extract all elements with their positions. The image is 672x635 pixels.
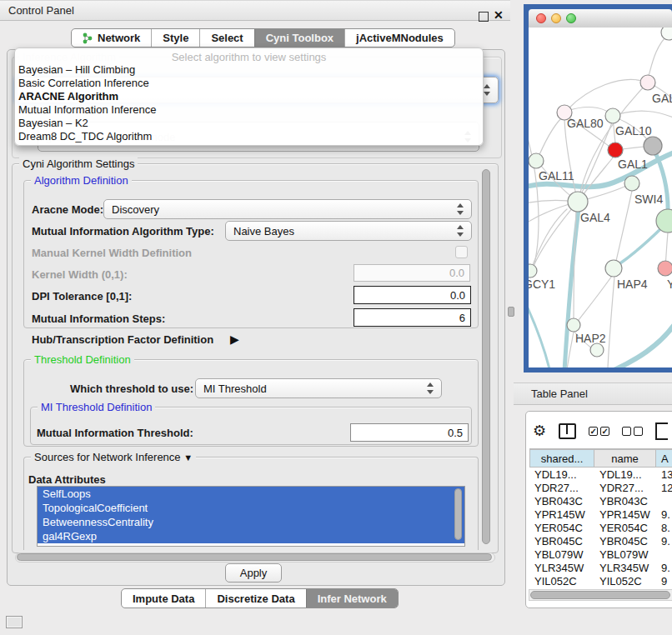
unselect-all-columns-icon[interactable]: ✓✓ bbox=[622, 427, 643, 436]
which-threshold-value: MI Threshold bbox=[203, 382, 267, 395]
tab-style[interactable]: Style bbox=[151, 29, 199, 47]
table-row[interactable]: YLR345WYLR345W9. bbox=[529, 561, 672, 574]
data-attribute-item[interactable]: SelfLoops bbox=[38, 487, 464, 501]
which-threshold-combo[interactable]: MI Threshold bbox=[195, 378, 442, 398]
table-cell: 8. bbox=[661, 522, 672, 534]
algorithm-popup-placeholder: Select algorithm to view settings bbox=[15, 48, 483, 63]
table-cell: YLR345W bbox=[529, 562, 596, 574]
table-column-header[interactable]: name bbox=[594, 449, 656, 468]
network-node-gcy1[interactable] bbox=[529, 264, 537, 278]
table-row[interactable]: YDL19...YDL19...13 bbox=[529, 468, 672, 481]
apply-button[interactable]: Apply bbox=[225, 563, 282, 582]
hub-tf-definition-label[interactable]: Hub/Transcription Factor Definition bbox=[32, 333, 213, 346]
tab-infer-network[interactable]: Infer Network bbox=[306, 589, 398, 608]
dpi-tolerance-field[interactable]: 0.0 bbox=[354, 286, 471, 304]
network-node-gal4[interactable] bbox=[568, 192, 588, 212]
select-all-columns-icon[interactable]: ✓✓ bbox=[589, 427, 609, 436]
table-row[interactable]: YBR045CYBR045C9. bbox=[529, 534, 672, 548]
settings-vertical-scrollbar[interactable] bbox=[482, 169, 490, 544]
expand-arrow-icon[interactable]: ▶ bbox=[230, 332, 239, 346]
attribute-list-scrollbar[interactable] bbox=[454, 488, 462, 540]
aracne-mode-combo[interactable]: Discovery bbox=[103, 199, 472, 219]
tab-label: Discretize Data bbox=[217, 592, 294, 605]
control-panel-title: Control Panel bbox=[8, 4, 74, 17]
tab-impute-data[interactable]: Impute Data bbox=[122, 589, 205, 608]
network-icon bbox=[83, 32, 93, 44]
tab-network[interactable]: Network bbox=[72, 29, 151, 47]
sources-title-text: Sources for Network Inference bbox=[34, 451, 181, 463]
table-cell: YBR045C bbox=[529, 535, 596, 548]
collapsed-panel-icon[interactable] bbox=[6, 616, 23, 628]
float-window-icon[interactable] bbox=[479, 12, 489, 22]
cyni-algorithm-settings-title: Cyni Algorithm Settings bbox=[19, 158, 138, 170]
data-attribute-item[interactable]: TopologicalCoefficient bbox=[38, 501, 464, 515]
network-node[interactable] bbox=[661, 28, 672, 40]
table-panel-title: Table Panel bbox=[531, 388, 588, 400]
gear-icon[interactable]: ⚙ bbox=[533, 422, 546, 440]
network-node-swi4[interactable] bbox=[624, 176, 639, 191]
table-row[interactable]: YIL052CYIL052C9 bbox=[529, 574, 672, 588]
data-attribute-item[interactable]: gal4RGexp bbox=[38, 529, 464, 543]
table-cell: YPR145W bbox=[529, 508, 596, 521]
table-column-header[interactable]: shared... bbox=[529, 449, 594, 468]
table-cell: 9. bbox=[661, 508, 672, 521]
network-node-label: GAL1 bbox=[618, 158, 648, 171]
network-edge bbox=[608, 277, 614, 368]
table-cell: YDL19... bbox=[529, 468, 596, 481]
algorithm-option[interactable]: ARACNE Algorithm bbox=[15, 90, 483, 103]
algorithm-option[interactable]: Basic Correlation Inference bbox=[15, 77, 483, 90]
node-table: shared...nameA YDL19...YDL19...13YDR27..… bbox=[529, 448, 672, 588]
network-node-gal10[interactable] bbox=[605, 108, 620, 123]
mi-algorithm-type-combo[interactable]: Naive Bayes bbox=[225, 221, 472, 241]
split-columns-icon[interactable] bbox=[559, 423, 576, 439]
algorithm-option[interactable]: Mutual Information Inference bbox=[15, 103, 483, 117]
table-cell: 9. bbox=[661, 535, 672, 548]
table-column-header[interactable]: A bbox=[656, 449, 672, 468]
mi-threshold-field[interactable]: 0.5 bbox=[350, 423, 469, 442]
table-row[interactable]: YBL079WYBL079W bbox=[529, 548, 672, 561]
control-panel-tabbar: NetworkStyleSelectCyni ToolboxjActiveMNo… bbox=[71, 28, 455, 48]
network-node[interactable] bbox=[590, 343, 604, 357]
close-icon[interactable]: ✕ bbox=[494, 8, 504, 22]
manual-kernel-width-label: Manual Kernel Width Definition bbox=[32, 247, 192, 259]
network-edge bbox=[579, 276, 612, 320]
data-attribute-item[interactable]: BetweennessCentrality bbox=[38, 515, 464, 529]
close-traffic-light-icon[interactable] bbox=[536, 13, 546, 23]
new-table-icon[interactable] bbox=[655, 422, 668, 440]
network-node-label: GCY1 bbox=[529, 278, 555, 291]
table-horizontal-scrollbar[interactable] bbox=[530, 591, 670, 599]
algorithm-option[interactable]: Bayesian – K2 bbox=[15, 117, 483, 130]
minimize-traffic-light-icon[interactable] bbox=[551, 13, 561, 23]
network-node-gal[interactable] bbox=[640, 75, 655, 90]
network-node-gal11[interactable] bbox=[529, 153, 544, 168]
network-edge bbox=[568, 108, 609, 112]
network-node-label: HAP4 bbox=[617, 278, 648, 291]
settings-horizontal-scrollbar[interactable] bbox=[17, 553, 492, 561]
manual-kernel-width-checkbox[interactable] bbox=[455, 246, 468, 258]
panel-splitter-handle[interactable] bbox=[508, 307, 514, 317]
mi-steps-field[interactable]: 6 bbox=[354, 308, 471, 327]
table-row[interactable]: YDR27...YDR27...12 bbox=[529, 481, 672, 494]
algorithm-option[interactable]: Dream8 DC_TDC Algorithm bbox=[15, 130, 483, 143]
table-cell: YIL052C bbox=[596, 575, 661, 588]
algorithm-option[interactable]: Bayesian – Hill Climbing bbox=[15, 63, 483, 77]
tab-discretize-data[interactable]: Discretize Data bbox=[205, 589, 305, 608]
data-attributes-list[interactable]: SelfLoopsTopologicalCoefficientBetweenne… bbox=[37, 486, 465, 547]
dpi-tolerance-label: DPI Tolerance [0,1]: bbox=[32, 290, 132, 302]
table-row[interactable]: YPR145WYPR145W9. bbox=[529, 508, 672, 521]
combo-stepper-icon bbox=[457, 225, 464, 237]
tab-jactivemnodules[interactable]: jActiveMNodules bbox=[344, 29, 454, 47]
zoom-traffic-light-icon[interactable] bbox=[566, 13, 576, 23]
table-row[interactable]: YBR043CYBR043C bbox=[529, 494, 672, 508]
network-node-gal1[interactable] bbox=[608, 142, 623, 158]
network-canvas[interactable]: GALGAL80GAL10GAL1GAL11SWI4GAL4GCY1HAP4YH… bbox=[529, 28, 672, 368]
table-row[interactable]: YER054CYER054C8. bbox=[529, 521, 672, 534]
network-node-hap2[interactable] bbox=[567, 318, 580, 332]
network-node-hap4[interactable] bbox=[605, 260, 622, 277]
tab-select[interactable]: Select bbox=[199, 29, 253, 47]
aracne-mode-value: Discovery bbox=[112, 203, 159, 216]
network-node-y[interactable] bbox=[658, 261, 672, 276]
network-node[interactable] bbox=[644, 137, 662, 155]
tab-cyni-toolbox[interactable]: Cyni Toolbox bbox=[254, 29, 344, 47]
collapse-arrow-icon[interactable]: ▼ bbox=[183, 452, 193, 462]
